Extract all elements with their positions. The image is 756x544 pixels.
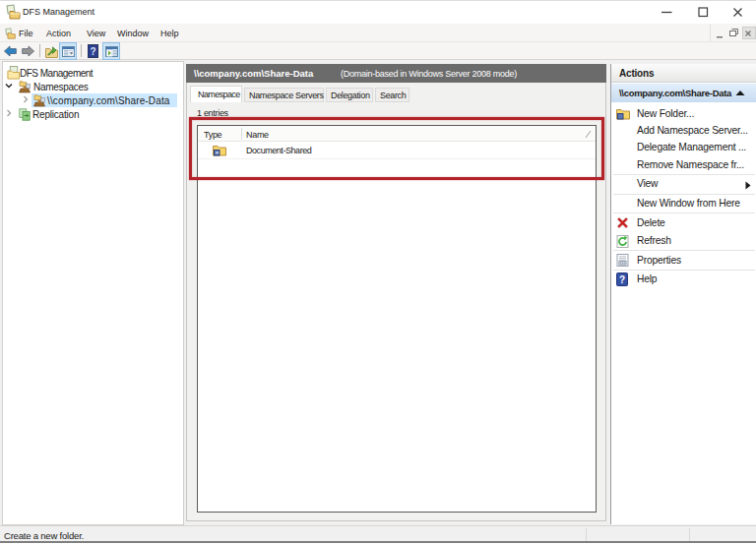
svg-text:?: ? bbox=[619, 274, 625, 285]
svg-text:?: ? bbox=[90, 46, 95, 57]
